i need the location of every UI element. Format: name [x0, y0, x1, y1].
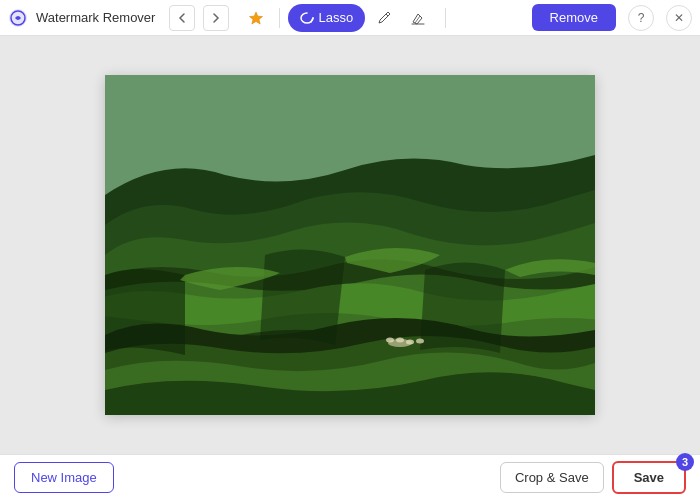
- toolbar-tools: Lasso: [241, 4, 433, 32]
- eraser-tool-button[interactable]: [403, 4, 433, 32]
- save-badge: 3: [676, 453, 694, 471]
- app-title: Watermark Remover: [36, 10, 155, 25]
- star-tool-button[interactable]: [241, 4, 271, 32]
- close-button[interactable]: ✕: [666, 5, 692, 31]
- crop-save-button[interactable]: Crop & Save: [500, 462, 604, 493]
- lasso-label: Lasso: [318, 10, 353, 25]
- toolbar-divider-1: [279, 8, 280, 28]
- toolbar-divider-2: [445, 8, 446, 28]
- help-icon: ?: [638, 11, 645, 25]
- svg-line-1: [311, 18, 313, 22]
- back-button[interactable]: [169, 5, 195, 31]
- save-button[interactable]: Save: [612, 461, 686, 494]
- lasso-icon: [300, 11, 314, 25]
- titlebar: Watermark Remover Lasso: [0, 0, 700, 36]
- app-logo-icon: [8, 8, 28, 28]
- remove-button[interactable]: Remove: [532, 4, 616, 31]
- eraser-icon: [410, 10, 426, 26]
- landscape-image: [105, 75, 595, 415]
- pen-icon: [377, 10, 392, 25]
- lasso-tool-button[interactable]: Lasso: [288, 4, 365, 32]
- svg-rect-9: [105, 75, 595, 415]
- pen-tool-button[interactable]: [369, 4, 399, 32]
- help-button[interactable]: ?: [628, 5, 654, 31]
- actionbar: New Image Crop & Save Save 3: [0, 454, 700, 500]
- right-actions: Crop & Save Save 3: [500, 461, 686, 494]
- close-icon: ✕: [674, 11, 684, 25]
- image-container: [105, 75, 595, 415]
- canvas-area: [0, 36, 700, 454]
- save-button-wrapper: Save 3: [612, 461, 686, 494]
- new-image-button[interactable]: New Image: [14, 462, 114, 493]
- forward-button[interactable]: [203, 5, 229, 31]
